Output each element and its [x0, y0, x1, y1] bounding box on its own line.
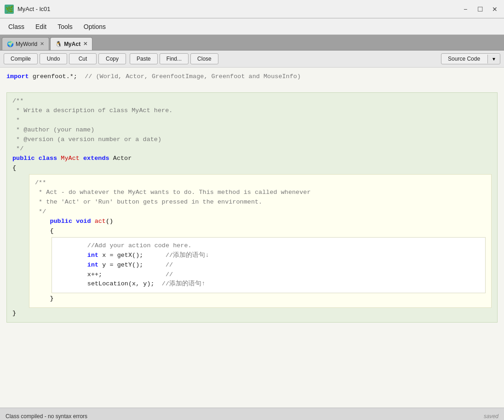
tab-myact-icon: 🐧 — [55, 41, 62, 47]
code-editor[interactable]: import greenfoot.*; // (World, Actor, Gr… — [0, 68, 504, 408]
menu-edit[interactable]: Edit — [30, 21, 52, 32]
source-code-dropdown[interactable]: Source Code ▼ — [441, 53, 500, 64]
app-icon: 🌿 — [5, 5, 14, 14]
compile-button[interactable]: Compile — [4, 53, 38, 64]
code-setlocation: setLocation(x, y); //添加的语句↑ — [57, 279, 480, 289]
tab-bar: 🌍 MyWorld ✕ 🐧 MyAct ✕ — [0, 35, 504, 51]
find-button[interactable]: Find... — [160, 53, 189, 64]
code-int-y: int y = getY(); // — [57, 261, 480, 270]
code-method-javadoc-open: /** — [35, 178, 486, 188]
tab-myact-close[interactable]: ✕ — [83, 41, 87, 47]
menu-options[interactable]: Options — [78, 21, 111, 32]
toolbar: Compile Undo Cut Copy Paste Find... Clos… — [0, 51, 504, 68]
copy-button[interactable]: Copy — [98, 53, 126, 64]
tab-myworld[interactable]: 🌍 MyWorld ✕ — [2, 37, 49, 50]
main-content: import greenfoot.*; // (World, Actor, Gr… — [0, 68, 504, 408]
method-block: /** * Act - do whatever the MyAct wants … — [29, 174, 492, 308]
code-javadoc-2: * — [12, 116, 492, 125]
paste-button[interactable]: Paste — [130, 53, 158, 64]
code-method-brace-open: { — [35, 227, 486, 236]
code-method-javadoc-close: */ — [35, 207, 486, 217]
code-javadoc-3: * @author (your name) — [12, 125, 492, 135]
code-import-line: import greenfoot.*; // (World, Actor, Gr… — [6, 72, 498, 82]
code-javadoc-open: /** — [12, 96, 492, 106]
cut-button[interactable]: Cut — [69, 53, 97, 64]
code-javadoc-1: * Write a description of class MyAct her… — [12, 106, 492, 116]
code-javadoc-4: * @version (a version number or a date) — [12, 135, 492, 145]
tab-myworld-icon: 🌍 — [7, 41, 14, 47]
tab-myworld-label: MyWorld — [16, 41, 37, 47]
code-blank1 — [6, 82, 498, 91]
code-method-decl: public void act() — [35, 217, 486, 227]
menu-bar: Class Edit Tools Options — [0, 18, 504, 35]
tab-myact-label: MyAct — [64, 41, 80, 47]
menu-class[interactable]: Class — [3, 21, 30, 32]
code-class-decl: public class MyAct extends Actor — [12, 154, 492, 164]
code-xpp: x++; // — [57, 270, 480, 280]
title-bar: 🌿 MyAct - lc01 − ☐ ✕ — [0, 0, 504, 18]
class-block: /** * Write a description of class MyAct… — [6, 92, 498, 323]
window-controls: − ☐ ✕ — [461, 5, 499, 14]
menu-tools[interactable]: Tools — [52, 21, 78, 32]
close-button[interactable]: ✕ — [490, 5, 499, 14]
code-method-brace-close: } — [35, 294, 486, 304]
window-title: MyAct - lc01 — [17, 6, 461, 12]
close-file-button[interactable]: Close — [190, 53, 218, 64]
code-method-javadoc-2: * the 'Act' or 'Run' button gets pressed… — [35, 198, 486, 207]
minimize-button[interactable]: − — [461, 5, 470, 14]
undo-button[interactable]: Undo — [40, 53, 67, 64]
code-javadoc-close: */ — [12, 144, 492, 154]
tab-myact[interactable]: 🐧 MyAct ✕ — [50, 37, 92, 50]
maximize-button[interactable]: ☐ — [475, 5, 485, 14]
code-comment-action: //Add your action code here. — [57, 241, 480, 251]
code-class-brace-open: { — [12, 164, 492, 173]
code-method-javadoc-1: * Act - do whatever the MyAct wants to d… — [35, 188, 486, 198]
source-code-arrow-icon[interactable]: ▼ — [487, 55, 500, 63]
tab-myworld-close[interactable]: ✕ — [40, 41, 44, 47]
source-code-label: Source Code — [441, 54, 487, 64]
status-message: Class compiled - no syntax errors — [6, 413, 87, 420]
code-int-x: int x = getX(); //添加的语句↓ — [57, 251, 480, 261]
status-bar: Class compiled - no syntax errors saved — [0, 408, 504, 420]
saved-indicator: saved — [484, 413, 498, 420]
method-body-block: //Add your action code here. int x = get… — [52, 237, 486, 294]
code-class-brace-close: } — [12, 309, 492, 318]
